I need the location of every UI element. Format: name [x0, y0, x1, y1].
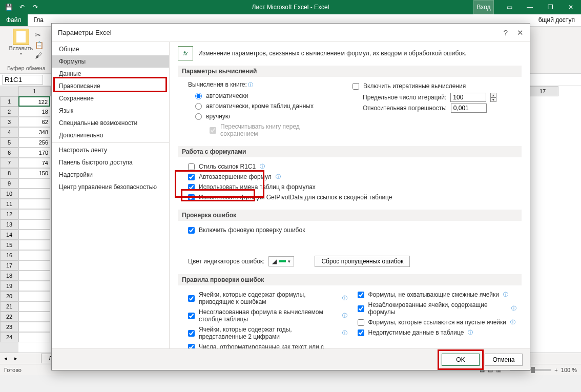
row-header[interactable]: 21 [0, 301, 18, 312]
cut-icon[interactable]: ✂ [35, 31, 44, 39]
cell[interactable] [18, 322, 50, 332]
bgcheck-checkbox[interactable] [188, 227, 195, 234]
row-header[interactable]: 1 [0, 96, 18, 107]
info-icon[interactable]: ⓘ [468, 329, 473, 336]
close-icon[interactable]: ✕ [561, 0, 581, 14]
cell[interactable] [18, 230, 50, 240]
cell[interactable]: 348 [18, 127, 50, 137]
sidebar-item[interactable]: Дополнительно [52, 129, 169, 141]
minimize-icon[interactable]: ― [520, 0, 540, 14]
rule7-checkbox[interactable] [358, 319, 364, 326]
row-header[interactable]: 9 [0, 178, 18, 189]
rule8-checkbox[interactable] [358, 329, 364, 336]
zoom-in-icon[interactable]: + [554, 367, 557, 373]
sidebar-item[interactable]: Специальные возможности [52, 117, 169, 129]
sidebar-item[interactable]: Общие [52, 43, 169, 55]
share-button[interactable]: бщий доступ [532, 14, 581, 26]
rule1-checkbox[interactable] [188, 295, 195, 302]
cell[interactable] [18, 250, 50, 260]
info-icon[interactable]: ⓘ [342, 312, 347, 319]
ribbon-opts-icon[interactable]: ▭ [499, 0, 520, 14]
cell[interactable]: 170 [18, 148, 50, 158]
sidebar-item[interactable]: Формулы [52, 55, 169, 68]
row-header[interactable]: 16 [0, 250, 18, 260]
sidebar-item[interactable]: Настроить ленту [52, 144, 169, 156]
cell[interactable]: 62 [18, 117, 50, 127]
cell[interactable] [18, 219, 50, 230]
sidebar-item[interactable]: Надстройки [52, 169, 169, 181]
cancel-button[interactable]: Отмена [485, 354, 523, 366]
sidebar-item[interactable]: Правописание [52, 80, 169, 92]
getpivot-checkbox[interactable] [188, 194, 195, 201]
cell[interactable] [18, 260, 50, 271]
cell[interactable]: 150 [18, 168, 50, 178]
tab-home[interactable]: Гла [28, 14, 50, 26]
info-icon[interactable]: ⓘ [342, 329, 347, 337]
cell[interactable]: 256 [18, 137, 50, 148]
redo-icon[interactable]: ↷ [30, 2, 41, 13]
row-header[interactable]: 7 [0, 158, 18, 168]
cell[interactable] [18, 199, 50, 209]
r1c1-checkbox[interactable] [188, 163, 195, 170]
tab-file[interactable]: Файл [0, 14, 28, 26]
rule2-checkbox[interactable] [188, 313, 195, 319]
col-header[interactable]: 17 [527, 86, 558, 96]
login-button[interactable]: Вход [473, 0, 494, 14]
iterative-calc-checkbox[interactable] [352, 83, 359, 90]
cell[interactable] [18, 178, 50, 189]
row-header[interactable]: 23 [0, 322, 18, 332]
cell[interactable]: 122 [18, 96, 50, 107]
row-header[interactable]: 13 [0, 219, 18, 230]
row-header[interactable]: 11 [0, 199, 18, 209]
cell[interactable] [18, 301, 50, 312]
dialog-close-icon[interactable]: ✕ [517, 28, 524, 37]
autocomplete-checkbox[interactable] [188, 174, 195, 180]
sidebar-item[interactable]: Панель быстрого доступа [52, 156, 169, 169]
row-header[interactable]: 10 [0, 189, 18, 199]
calc-auto-radio[interactable] [195, 93, 202, 99]
row-header[interactable]: 24 [0, 332, 18, 342]
cell[interactable] [18, 271, 50, 281]
cell[interactable]: 18 [18, 107, 50, 117]
row-header[interactable]: 18 [0, 271, 18, 281]
tablenames-checkbox[interactable] [188, 184, 195, 191]
row-header[interactable]: 3 [0, 117, 18, 127]
row-header[interactable]: 20 [0, 291, 18, 301]
max-iter-input[interactable] [450, 93, 486, 102]
info-icon[interactable]: ⓘ [260, 163, 265, 170]
paste-button[interactable]: Вставить ▾ [9, 29, 33, 59]
rule4-checkbox[interactable] [188, 344, 195, 349]
calc-manual-radio[interactable] [195, 113, 202, 120]
sidebar-item[interactable]: Центр управления безопасностью [52, 181, 169, 193]
ok-button[interactable]: OK [442, 354, 480, 366]
rule5-checkbox[interactable] [358, 292, 364, 298]
info-icon[interactable]: ⓘ [510, 319, 515, 326]
row-header[interactable]: 6 [0, 148, 18, 158]
error-color-picker[interactable]: ◢▾ [268, 256, 294, 266]
format-painter-icon[interactable]: 🖌 [35, 51, 44, 59]
cell[interactable] [18, 240, 50, 250]
cell[interactable] [18, 209, 50, 219]
save-icon[interactable]: 💾 [3, 2, 14, 13]
row-header[interactable]: 14 [0, 230, 18, 240]
info-icon[interactable]: ⓘ [248, 82, 253, 88]
maximize-icon[interactable]: ❐ [540, 0, 561, 14]
info-icon[interactable]: ⓘ [342, 295, 347, 302]
col-header[interactable]: 1 [18, 86, 50, 96]
reset-ignored-errors-button[interactable]: Сброс пропущенных ошибок [315, 256, 410, 267]
row-header[interactable]: 15 [0, 240, 18, 250]
undo-icon[interactable]: ↶ [16, 2, 28, 13]
info-icon[interactable]: ⓘ [276, 173, 281, 180]
zoom-level[interactable]: 100 % [561, 367, 577, 373]
copy-icon[interactable]: 📋 [35, 41, 44, 49]
calc-auto-except-radio[interactable] [195, 103, 202, 110]
spinner-up-icon[interactable]: ▴ [490, 93, 496, 97]
row-header[interactable]: 17 [0, 260, 18, 271]
row-header[interactable]: 8 [0, 168, 18, 178]
spinner-down-icon[interactable]: ▾ [490, 97, 496, 102]
sheet-nav-first-icon[interactable]: ◂ [4, 355, 7, 362]
rule6-checkbox[interactable] [358, 305, 364, 312]
row-header[interactable]: 2 [0, 107, 18, 117]
sidebar-item[interactable]: Сохранение [52, 92, 169, 105]
cell[interactable] [18, 312, 50, 322]
